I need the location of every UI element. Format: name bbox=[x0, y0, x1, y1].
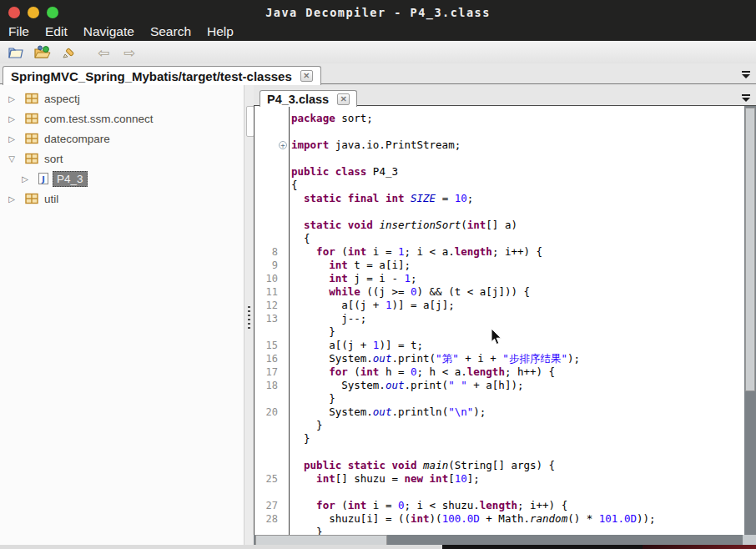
splitter-grip-icon bbox=[248, 306, 250, 329]
code-text: int j = i - 1; bbox=[291, 272, 417, 285]
code-line: { bbox=[255, 179, 743, 192]
code-line: package sort; bbox=[255, 112, 743, 125]
code-line: 18 System.out.print(" " + a[h]); bbox=[255, 379, 743, 392]
line-number: 13 bbox=[255, 312, 278, 325]
class-tab-dropdown-icon[interactable] bbox=[742, 94, 750, 102]
code-text: { bbox=[291, 179, 298, 192]
tree-item-label[interactable]: util bbox=[44, 193, 58, 205]
line-number: 27 bbox=[255, 499, 278, 512]
code-text: } bbox=[291, 432, 310, 446]
code-line: } bbox=[255, 392, 743, 405]
code-text: package sort; bbox=[291, 112, 373, 125]
collapsed-arrow-icon[interactable]: ▷ bbox=[6, 114, 18, 123]
package-icon bbox=[25, 113, 38, 124]
line-number: 20 bbox=[255, 405, 278, 419]
code-line: 17 for (int h = 0; h < a.length; h++) { bbox=[255, 365, 743, 379]
code-text: static final int SIZE = 10; bbox=[291, 192, 473, 205]
svg-text:J: J bbox=[41, 174, 45, 184]
collapsed-arrow-icon[interactable]: ▷ bbox=[6, 194, 18, 204]
code-line: 27 for (int i = 0; i < shuzu.length; i++… bbox=[255, 499, 743, 512]
code-line: +import java.io.PrintStream; bbox=[255, 139, 743, 152]
tab-test-classes[interactable]: SpringMVC_Spring_Mybatis/target/test-cla… bbox=[3, 66, 321, 85]
tree-item-label[interactable]: sort bbox=[44, 153, 63, 165]
code-lines: package sort;+import java.io.PrintStream… bbox=[255, 112, 743, 535]
collapsed-arrow-icon[interactable]: ▷ bbox=[6, 134, 18, 144]
tree-item-util[interactable]: ▷util bbox=[0, 189, 244, 209]
close-tab-icon[interactable]: ✕ bbox=[300, 70, 313, 82]
menu-edit[interactable]: Edit bbox=[43, 23, 69, 41]
code-line: 9 int t = a[i]; bbox=[255, 259, 743, 272]
forward-arrow-icon[interactable]: ⇨ bbox=[120, 44, 139, 61]
code-line: 13 j--; bbox=[255, 312, 743, 325]
tree-item-label[interactable]: com.test.ssm.connect bbox=[44, 113, 154, 125]
line-number: 10 bbox=[255, 272, 278, 285]
code-text: public static void main(String[] args) { bbox=[291, 459, 555, 472]
line-number: 18 bbox=[255, 379, 278, 392]
fold-expand-icon[interactable]: + bbox=[279, 141, 287, 149]
menu-search[interactable]: Search bbox=[149, 23, 193, 41]
open-folder-icon[interactable] bbox=[8, 44, 26, 61]
code-line: 25 int[] shuzu = new int[10]; bbox=[255, 472, 743, 486]
tree-item-sort[interactable]: ▽sort bbox=[0, 149, 244, 169]
code-line: 8 for (int i = 1; i < a.length; i++) { bbox=[255, 245, 743, 259]
tree-item-label[interactable]: datecompare bbox=[44, 133, 110, 145]
tree-item-label[interactable]: aspectj bbox=[44, 93, 80, 105]
code-line: 11 while ((j >= 0) && (t < a[j])) { bbox=[255, 285, 743, 299]
code-line: public class P4_3 bbox=[255, 165, 743, 179]
vertical-scrollbar-thumb[interactable] bbox=[745, 108, 755, 391]
back-arrow-icon[interactable]: ⇦ bbox=[94, 44, 113, 61]
code-line bbox=[255, 125, 743, 139]
code-text: static void insertionSort(int[] a) bbox=[291, 219, 517, 232]
code-line: public static void main(String[] args) { bbox=[255, 459, 743, 472]
open-all-folder-icon[interactable] bbox=[33, 44, 52, 61]
paste-brush-icon[interactable] bbox=[59, 44, 78, 61]
line-number: 28 bbox=[255, 512, 278, 526]
tab-test-classes-label: SpringMVC_Spring_Mybatis/target/test-cla… bbox=[11, 69, 292, 83]
code-line bbox=[255, 486, 743, 499]
code-text: } bbox=[291, 419, 323, 432]
close-class-tab-icon[interactable]: ✕ bbox=[337, 93, 350, 105]
line-number: 8 bbox=[255, 245, 278, 259]
code-text: System.out.println("\n"); bbox=[291, 405, 486, 419]
code-text: a[(j + 1)] = t; bbox=[291, 339, 423, 352]
menu-help[interactable]: Help bbox=[205, 23, 235, 41]
desktop-background-red-sliver bbox=[643, 545, 756, 549]
code-text: for (int i = 0; i < shuzu.length; i++) { bbox=[291, 499, 567, 512]
menu-bar: File Edit Navigate Search Help bbox=[7, 23, 235, 41]
line-number: 11 bbox=[255, 285, 278, 299]
code-text: a[(j + 1)] = a[j]; bbox=[291, 299, 455, 312]
tree-item-aspectj[interactable]: ▷aspectj bbox=[0, 88, 244, 108]
tab-p4-3-class-label: P4_3.class bbox=[267, 93, 329, 106]
vertical-scrollbar[interactable] bbox=[744, 106, 756, 535]
menu-file[interactable]: File bbox=[7, 23, 31, 41]
line-number: 16 bbox=[255, 352, 278, 365]
tree-item-datecompare[interactable]: ▷datecompare bbox=[0, 128, 244, 149]
code-panel: P4_3.class ✕ package sort;+import java.i… bbox=[254, 84, 756, 545]
tree-item-p4-3[interactable]: ▷JP4_3 bbox=[0, 169, 244, 189]
code-text: { bbox=[291, 232, 310, 245]
source-editor[interactable]: package sort;+import java.io.PrintStream… bbox=[254, 106, 756, 535]
code-line bbox=[255, 205, 743, 219]
file-tab-strip: SpringMVC_Spring_Mybatis/target/test-cla… bbox=[0, 63, 756, 84]
expanded-arrow-icon[interactable]: ▽ bbox=[6, 154, 18, 164]
code-line: 20 System.out.println("\n"); bbox=[255, 405, 743, 419]
package-icon bbox=[25, 93, 38, 104]
code-text: } bbox=[291, 526, 323, 535]
forward-arrow-glyph: ⇨ bbox=[123, 45, 135, 60]
code-line: static void insertionSort(int[] a) bbox=[255, 219, 743, 232]
mouse-cursor bbox=[491, 328, 502, 349]
menu-navigate[interactable]: Navigate bbox=[82, 23, 136, 41]
collapsed-arrow-icon[interactable]: ▷ bbox=[6, 94, 18, 103]
tab-list-dropdown-icon[interactable] bbox=[742, 71, 750, 78]
line-number: 17 bbox=[255, 365, 278, 379]
tree-item-com-test-ssm-connect[interactable]: ▷com.test.ssm.connect bbox=[0, 108, 244, 128]
code-line: 16 System.out.print("第" + i + "步排序结果"); bbox=[255, 352, 743, 365]
panel-splitter[interactable] bbox=[244, 84, 254, 545]
window-bottom-edge bbox=[0, 545, 756, 549]
tab-p4-3-class[interactable]: P4_3.class ✕ bbox=[260, 90, 357, 107]
line-number: 25 bbox=[255, 472, 278, 486]
tree-item-label[interactable]: P4_3 bbox=[53, 171, 88, 187]
code-line bbox=[255, 446, 743, 459]
title-bar: Java Decompiler - P4_3.class File Edit N… bbox=[0, 0, 756, 41]
collapsed-arrow-icon[interactable]: ▷ bbox=[19, 174, 31, 184]
